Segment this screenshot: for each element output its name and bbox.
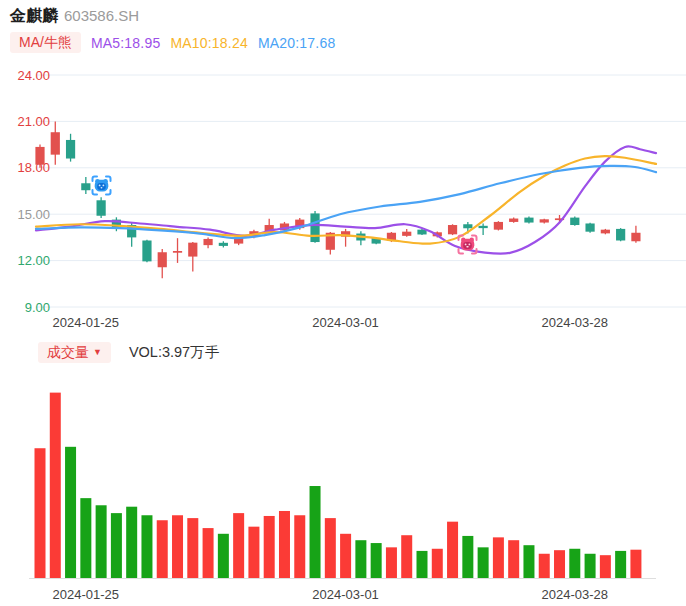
volume-indicator-label: 成交量 xyxy=(47,344,89,361)
volume-bar[interactable] xyxy=(432,549,443,578)
y-tick-label: 12.00 xyxy=(17,253,50,268)
volume-bar[interactable] xyxy=(233,513,244,578)
volume-bar[interactable] xyxy=(462,536,473,578)
volume-bar[interactable] xyxy=(203,528,214,578)
caret-down-icon: ▼ xyxy=(93,344,102,361)
volume-bar[interactable] xyxy=(264,516,275,578)
candle[interactable] xyxy=(203,237,212,248)
ma-indicator-selector[interactable]: MA/牛熊 xyxy=(10,32,81,53)
volume-bar[interactable] xyxy=(539,554,550,578)
volume-bar[interactable] xyxy=(294,515,305,578)
candle[interactable] xyxy=(66,134,75,162)
volume-bar[interactable] xyxy=(401,535,412,578)
volume-header-row: 成交量 ▼ VOL:3.97万手 xyxy=(38,342,219,363)
bear-face-icon xyxy=(89,173,114,198)
candle[interactable] xyxy=(219,241,228,247)
stock-chart-app: 金麒麟603586.SH MA/牛熊 MA5:18.95 MA10:18.24 … xyxy=(0,0,686,606)
y-tick-label: 21.00 xyxy=(17,114,50,129)
candle-body xyxy=(219,243,228,246)
candle-body xyxy=(601,230,610,234)
volume-bar[interactable] xyxy=(447,522,458,578)
x-tick-label: 2024-01-25 xyxy=(53,315,120,330)
volume-bar[interactable] xyxy=(141,515,152,578)
volume-bar[interactable] xyxy=(371,543,382,578)
volume-bar[interactable] xyxy=(585,554,596,578)
stock-name: 金麒麟 xyxy=(10,7,58,24)
candle[interactable] xyxy=(585,223,594,233)
candle-body xyxy=(616,229,625,241)
candle-body xyxy=(524,218,533,223)
volume-bar[interactable] xyxy=(325,518,336,578)
volume-bar[interactable] xyxy=(554,550,565,578)
price-gridlines: 24.0021.0018.0015.0012.009.00 xyxy=(17,68,686,315)
x-tick-label: 2024-03-01 xyxy=(312,587,379,602)
candle-body xyxy=(631,233,640,242)
candle-body xyxy=(570,218,579,225)
volume-bar[interactable] xyxy=(80,498,91,578)
bear-marker-icon[interactable] xyxy=(89,173,114,198)
candle[interactable] xyxy=(51,121,60,164)
candle[interactable] xyxy=(158,249,167,278)
candle-body xyxy=(310,213,319,242)
candle[interactable] xyxy=(601,229,610,234)
volume-bar[interactable] xyxy=(630,550,641,578)
ma-legend-row: MA/牛熊 MA5:18.95 MA10:18.24 MA20:17.68 xyxy=(10,32,335,53)
candle[interactable] xyxy=(97,197,106,218)
volume-bar[interactable] xyxy=(508,540,519,578)
volume-bar[interactable] xyxy=(340,534,351,578)
candle-body xyxy=(494,222,503,230)
volume-bar[interactable] xyxy=(310,486,321,578)
volume-bar[interactable] xyxy=(187,518,198,578)
stock-code: 603586.SH xyxy=(64,7,139,24)
volume-bar[interactable] xyxy=(172,515,183,578)
volume-bar[interactable] xyxy=(386,547,397,578)
volume-bar[interactable] xyxy=(65,447,76,578)
candle[interactable] xyxy=(509,218,518,223)
x-tick-label: 2024-03-28 xyxy=(542,315,609,330)
candle-body xyxy=(479,226,488,228)
candle-body xyxy=(51,132,60,154)
candle[interactable] xyxy=(402,229,411,237)
candle-body xyxy=(97,200,106,215)
volume-bar[interactable] xyxy=(417,551,428,578)
volume-bar[interactable] xyxy=(493,537,504,578)
volume-value: VOL:3.97万手 xyxy=(129,343,219,362)
candle[interactable] xyxy=(35,145,44,168)
ma10-value: MA10:18.24 xyxy=(170,35,248,51)
candle[interactable] xyxy=(173,238,182,263)
candle[interactable] xyxy=(540,219,549,224)
candle[interactable] xyxy=(570,217,579,226)
volume-indicator-selector[interactable]: 成交量 ▼ xyxy=(38,342,111,363)
volume-bar[interactable] xyxy=(478,547,489,578)
x-tick-label: 2024-03-01 xyxy=(312,315,379,330)
candle[interactable] xyxy=(142,240,151,262)
candle[interactable] xyxy=(356,231,365,245)
volume-bar[interactable] xyxy=(355,540,366,578)
candle[interactable] xyxy=(524,217,533,224)
volume-bar[interactable] xyxy=(35,448,46,578)
volume-bar[interactable] xyxy=(157,520,168,578)
volume-bar[interactable] xyxy=(126,507,137,578)
bull-marker-icon[interactable] xyxy=(455,232,480,257)
volume-bar[interactable] xyxy=(523,545,534,578)
candle[interactable] xyxy=(310,211,319,243)
candle[interactable] xyxy=(341,229,350,247)
candle[interactable] xyxy=(494,221,503,230)
volume-bar[interactable] xyxy=(96,505,107,578)
volume-bar[interactable] xyxy=(615,551,626,578)
volume-bar[interactable] xyxy=(218,534,229,578)
candle[interactable] xyxy=(631,226,640,243)
volume-bar[interactable] xyxy=(248,527,259,578)
volume-bar[interactable] xyxy=(111,513,122,578)
volume-bar[interactable] xyxy=(600,555,611,578)
x-tick-label: 2024-03-28 xyxy=(542,587,609,602)
candle-body xyxy=(35,147,44,165)
candle[interactable] xyxy=(188,242,197,271)
candle[interactable] xyxy=(616,228,625,241)
volume-bar[interactable] xyxy=(569,549,580,578)
volume-bar[interactable] xyxy=(279,511,290,578)
candle-body xyxy=(173,251,182,253)
volume-bar[interactable] xyxy=(50,393,61,578)
x-tick-label: 2024-01-25 xyxy=(53,587,120,602)
y-tick-label: 9.00 xyxy=(25,300,50,315)
